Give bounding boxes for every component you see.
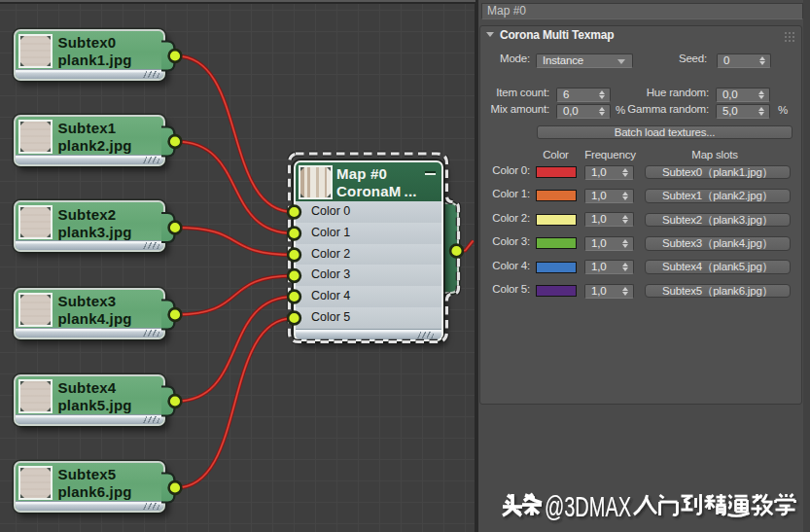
svg-text:@3DMAX: @3DMAX (545, 491, 631, 522)
